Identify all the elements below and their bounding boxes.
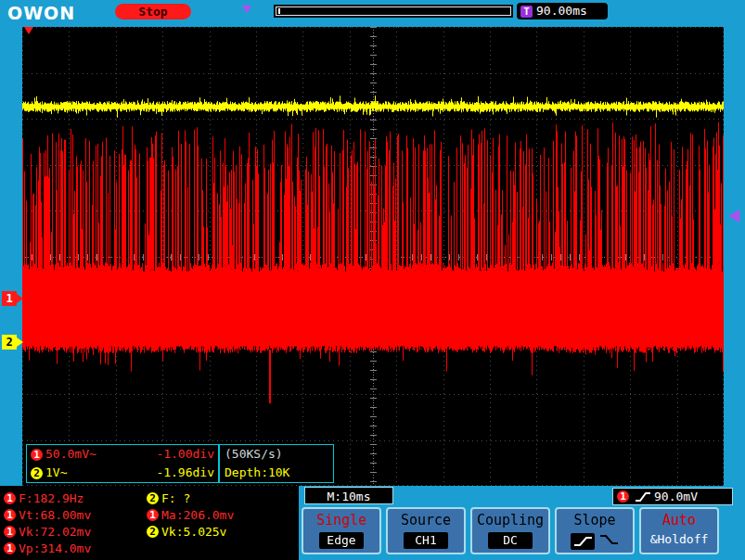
ch1-badge: 1 [4,509,16,521]
horizontal-trigger-marker-icon [24,27,33,34]
measurement-row: 1 Vp:314.0mv [4,540,91,556]
ch1-badge: 1 [617,490,629,503]
owon-logo: OWON [7,3,75,23]
menu-label: Single [303,512,379,528]
measurement-value: F: ? [161,491,190,505]
menu-value: Edge [319,532,364,549]
menu-button-coupling[interactable]: Coupling DC [470,507,550,554]
trigger-position-bar[interactable] [274,5,513,18]
menu-button-auto-holdoff[interactable]: Auto &Holdoff [639,507,719,554]
menu-value: CH1 [404,532,448,549]
measurement-row: 1 Ma:206.0mv [147,506,234,523]
menu-label: Slope [557,512,633,528]
ch2-position-marker[interactable]: 2 [2,335,17,350]
trigger-position-marker-icon [242,6,251,13]
measurement-row: 1 Vk:72.02mv [4,523,91,540]
ch1-position-marker[interactable]: 1 [2,291,17,306]
measurement-value: Vp:314.0mv [19,541,91,555]
measurement-row: 2 Vk:5.025v [147,523,226,540]
ch1-badge: 1 [147,509,159,521]
trigger-time-box: T 90.00ms [517,3,608,19]
menu-button-slope[interactable]: Slope [555,507,635,554]
run-stop-button[interactable]: Stop [115,4,191,19]
measurement-value: Vk:72.02mv [19,525,91,539]
trigger-level-value: 90.0mV [654,488,698,505]
ch1-info-row: 1 50.0mV~ -1.00div [31,445,214,464]
menu-label: Auto [641,512,717,528]
measurement-value: Ma:206.0mv [161,508,234,522]
slope-options [557,532,633,550]
measurement-row: 1 F:182.9Hz [4,490,83,506]
memory-window-tick [278,8,280,14]
channel-info-box: 1 50.0mV~ -1.00div 2 1V~ -1.96div [26,444,219,483]
measurement-row: 1 Vt:68.00mv [4,506,91,523]
soft-menu: Single Edge Source CH1 Coupling DC Slope… [302,507,719,554]
ch2-info-row: 2 1V~ -1.96div [31,464,214,482]
trigger-time-value: 90.00ms [536,3,587,19]
trigger-icon: T [520,6,533,18]
menu-button-single[interactable]: Single Edge [302,507,381,554]
waveform-display: 1 50.0mV~ -1.00div 2 1V~ -1.96div (50KS/… [22,27,724,486]
ch2-scale: 1V~ [45,464,67,482]
measurement-value: Vt:68.00mv [19,508,91,522]
oscilloscope-screen: OWON Stop T 90.00ms 1 50.0mV~ -1.00div 2… [0,0,745,560]
menu-value: DC [488,532,533,549]
menu-value: &Holdoff [641,532,717,546]
memory-window-indicator [276,6,511,16]
waveform-canvas [22,27,724,486]
timebase-readout: M:10ms [304,487,393,504]
ch1-badge: 1 [31,449,43,461]
ch1-badge: 1 [4,492,16,504]
acquisition-info-box: (50KS/s) Depth:10K [219,444,334,483]
ch1-badge: 1 [4,526,16,538]
sample-rate: (50KS/s) [225,445,328,464]
ch2-badge: 2 [147,526,159,538]
falling-edge-icon[interactable] [598,532,619,550]
rising-edge-icon [635,490,651,503]
ch1-position: -1.00div [156,445,214,464]
memory-depth: Depth:10K [225,464,328,482]
menu-button-source[interactable]: Source CH1 [386,507,466,554]
ch2-position: -1.96div [156,464,214,482]
rising-edge-icon[interactable] [571,533,595,550]
measurement-row: 2 F: ? [147,490,190,506]
trigger-level-box: 1 90.0mV [612,488,733,505]
measurement-value: F:182.9Hz [19,491,83,505]
measurement-panel: 1 F:182.9Hz 1 Vt:68.00mv 1 Vk:72.02mv 1 … [0,486,299,560]
trigger-level-arrow-icon[interactable] [729,210,739,223]
ch2-badge: 2 [31,467,43,479]
ch2-badge: 2 [147,492,159,504]
ch1-scale: 50.0mV~ [45,445,96,464]
menu-label: Source [388,512,464,528]
ch1-badge: 1 [4,542,16,554]
menu-label: Coupling [472,512,548,528]
measurement-value: Vk:5.025v [161,525,226,539]
